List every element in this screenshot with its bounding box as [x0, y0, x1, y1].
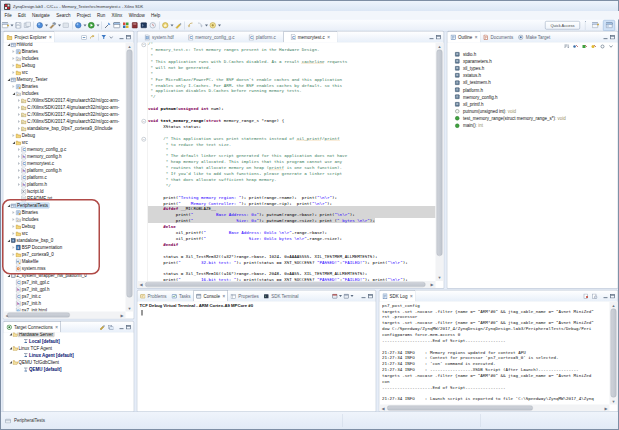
tree-item-qemu-tcfgdbclient[interactable]: QEMU TcfGdbClient	[9, 359, 59, 366]
menu-search[interactable]: Search	[56, 13, 70, 18]
minimize-icon[interactable]	[603, 294, 608, 299]
tree-item-ps7-init-gpl-c[interactable]: Cps7_init_gpl.c	[12, 279, 50, 286]
close-icon[interactable]: ×	[49, 35, 52, 40]
menu-project[interactable]: Project	[77, 13, 91, 18]
sdk-terminal-button[interactable]	[140, 22, 148, 30]
terminal-button[interactable]	[113, 22, 121, 30]
sdk-log-vscrollbar[interactable]: ▲ ▼	[610, 302, 618, 405]
profile-button[interactable]	[149, 22, 157, 30]
menu-help[interactable]: Help	[151, 13, 160, 18]
minimize-icon[interactable]	[119, 325, 124, 330]
tree-item-memorytest-c[interactable]: Cmemorytest.c	[17, 160, 54, 167]
maximize-icon[interactable]	[126, 35, 131, 40]
clear-log-icon[interactable]	[583, 293, 589, 299]
menu-window[interactable]: Window	[129, 13, 145, 18]
save-button[interactable]	[15, 22, 23, 30]
build-all-button[interactable]	[62, 22, 70, 30]
scroll-left-arrow[interactable]: ◀	[380, 405, 387, 412]
open-perspective-button[interactable]	[590, 20, 601, 30]
tree-item-memory-config-g-c[interactable]: Cmemory_config_g.c	[17, 146, 66, 153]
scroll-thumb[interactable]	[611, 309, 617, 398]
close-icon[interactable]: ×	[223, 294, 226, 299]
outline-item-xstatus-h[interactable]: xstatus.h	[455, 72, 482, 79]
build-button[interactable]	[49, 22, 61, 30]
dropdown-arrow-icon[interactable]	[339, 295, 342, 297]
tree-item-qemu-default-[interactable]: QEMU [default]	[19, 366, 62, 373]
collapse-all-icon[interactable]	[81, 34, 87, 40]
outline-item-xil-printf-h[interactable]: xil_printf.h	[455, 101, 484, 108]
tree-item-peripheraltests[interactable]: PeripheralTests	[7, 202, 50, 209]
outline-item-putnum-unsigned-int-[interactable]: putnum(unsigned int) : void	[455, 108, 517, 115]
minimize-icon[interactable]	[119, 35, 124, 40]
dropdown-arrow-icon[interactable]	[84, 24, 87, 26]
tab-system-hdf[interactable]: system.hdf	[138, 32, 181, 43]
scroll-up-arrow[interactable]: ▲	[126, 43, 134, 50]
xsct-console-button[interactable]	[131, 22, 139, 30]
tree-item-ps7-cortexa9-0[interactable]: ps7_cortexa9_0	[12, 251, 54, 258]
minimize-icon[interactable]	[429, 35, 434, 40]
tab-make-target[interactable]: Make Target	[516, 32, 553, 43]
dropdown-arrow-icon[interactable]	[205, 24, 208, 26]
scroll-down-arrow[interactable]: ▼	[610, 398, 618, 405]
outline-item-main-[interactable]: main() : int	[455, 122, 484, 129]
tab-outline[interactable]: Outline×	[448, 31, 481, 43]
tree-item-linux-agent-default-[interactable]: Linux Agent [default]	[19, 352, 74, 359]
tree-item-includes[interactable]: Includes	[12, 216, 39, 223]
tree-item-includes[interactable]: Includes	[12, 90, 39, 97]
tree-item-debug[interactable]: Debug	[12, 132, 35, 139]
tree-item-binaries[interactable]: Binaries	[12, 209, 38, 216]
minimize-icon[interactable]	[603, 35, 608, 40]
tree-item-platform-c[interactable]: Cplatform.c	[17, 174, 47, 181]
forward-button[interactable]	[196, 22, 208, 30]
outline-item-stdio-h[interactable]: stdio.h	[455, 51, 477, 58]
sdk-log-text[interactable]: ps7_post_configtargets -set -nocase -fil…	[382, 303, 610, 405]
tab-problems[interactable]: Problems	[138, 291, 170, 302]
dropdown-arrow-icon[interactable]	[218, 24, 221, 26]
project-explorer-hscrollbar[interactable]: ◀ ▶	[4, 312, 126, 319]
tree-item-includes[interactable]: Includes	[12, 55, 39, 62]
save-all-button[interactable]	[24, 22, 32, 30]
tree-item-readme-txt[interactable]: README.txt	[17, 195, 52, 202]
scroll-thumb[interactable]	[7, 313, 70, 318]
tab-project-explorer[interactable]: Project Explorer ×	[4, 31, 55, 43]
tab-sdk-terminal[interactable]: SDK Terminal	[261, 291, 301, 302]
close-icon[interactable]: ×	[410, 294, 413, 299]
open-console-icon[interactable]	[332, 293, 342, 299]
scroll-left-arrow[interactable]: ◀	[138, 281, 145, 288]
outline-item-test-memory-range-struct-memor[interactable]: test_memory_range(struct memory_range_s*…	[455, 115, 566, 122]
tree-item-ps7-init-c[interactable]: Cps7_init.c	[12, 293, 41, 300]
tree-item-ps7-init-gpl-h[interactable]: hps7_init_gpl.h	[12, 286, 50, 293]
tab-tasks[interactable]: Tasks	[169, 291, 193, 302]
maximize-icon[interactable]	[436, 35, 441, 40]
tree-item-debug[interactable]: Debug	[12, 223, 35, 230]
tree-item-linux-tcf-agent[interactable]: Linux TCF Agent	[9, 345, 52, 352]
tree-item-standalone-bsp-0[interactable]: standalone_bsp_0	[7, 237, 54, 244]
dropdown-arrow-icon[interactable]	[351, 295, 354, 297]
display-console-icon[interactable]	[344, 293, 354, 299]
scroll-right-arrow[interactable]: ▶	[119, 312, 126, 319]
scroll-thumb[interactable]	[145, 282, 426, 287]
launch-vivado-button[interactable]	[122, 22, 130, 30]
dropdown-arrow-icon[interactable]	[171, 24, 174, 26]
new-target-icon[interactable]	[99, 324, 105, 330]
tree-item-makefile[interactable]: Makefile	[12, 258, 39, 265]
filter-icon[interactable]	[101, 35, 107, 40]
debug-button[interactable]	[75, 22, 87, 30]
outline-item-memory-config-h[interactable]: memory_config.h	[455, 93, 498, 100]
outline-item-xil-types-h[interactable]: xil_types.h	[455, 65, 485, 72]
tree-item-platform-h[interactable]: hplatform.h	[17, 181, 47, 188]
tree-item-memory-tester[interactable]: Memory_Tester	[7, 76, 48, 83]
tree-item-bsp-documentation[interactable]: iBSP Documentation	[12, 244, 62, 251]
title-bar[interactable]: ZynqDesign.lab3 - C/C++ - Memory_Tester/…	[1, 1, 618, 11]
dropdown-arrow-icon[interactable]	[45, 24, 48, 26]
tree-item-c-xilinx-sdk-2017-4-gnu-aarch32-nt-gcc-a[interactable]: C:/Xilinx/SDK/2017.4/gnu/aarch32/nt/gcc-…	[17, 104, 119, 111]
menu-edit[interactable]: Edit	[18, 13, 26, 18]
view-menu-icon[interactable]	[109, 35, 114, 40]
tab-platform-c[interactable]: Cplatform.c	[242, 32, 283, 43]
dropdown-arrow-icon[interactable]	[97, 24, 100, 26]
sdk-log-hscrollbar[interactable]: ◀ ▶	[380, 405, 610, 412]
mark-occurrences-button[interactable]	[175, 22, 183, 30]
tree-item-memory-config-h[interactable]: hmemory_config.h	[17, 153, 62, 160]
tab-properties[interactable]: Properties	[228, 291, 261, 302]
new-project-button[interactable]	[36, 22, 48, 30]
